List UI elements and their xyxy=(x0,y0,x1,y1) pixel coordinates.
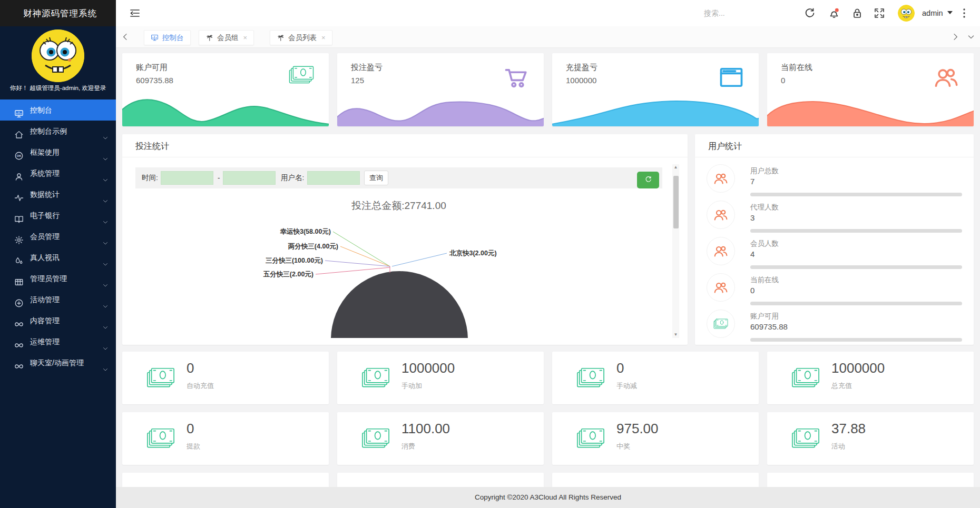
sidebar-item-dashboard-demo[interactable]: 控制台示例 xyxy=(0,121,116,142)
stat-title: 充提盈亏 xyxy=(566,63,597,73)
bottom-card: 1100.00 消费 xyxy=(337,412,544,465)
user-icon xyxy=(14,168,24,178)
sidebar-item-ebank[interactable]: 电子银行 xyxy=(0,205,116,226)
panel-title: 投注统计 xyxy=(135,141,169,152)
tabs-scroll-left-icon[interactable] xyxy=(121,33,130,41)
bottom-card: 1000000 总充值 xyxy=(767,352,974,404)
tab-bar: 控制台 会员组× 会员列表× xyxy=(116,26,980,48)
pie-slice-remainder xyxy=(331,271,468,338)
chevron-down-icon xyxy=(102,254,109,261)
search-input[interactable] xyxy=(680,5,790,21)
close-tab-icon[interactable]: × xyxy=(243,31,248,45)
user-stat-row: 用户总数 7 xyxy=(695,163,974,196)
sidebar-menu: 控制台 控制台示例 OK 框架使用 系统管理 数据统计 电子银行 xyxy=(0,99,116,373)
notifications-bell-icon[interactable] xyxy=(828,7,840,19)
lock-icon[interactable] xyxy=(851,7,864,19)
collapse-sidebar-icon[interactable] xyxy=(129,7,141,19)
money-icon xyxy=(145,365,176,391)
bet-panel-body: 时间: - 用户名: 查询 投注总金额:27741.00 xyxy=(135,164,677,338)
tab-dashboard[interactable]: 控制台 xyxy=(144,30,191,45)
pulse-icon xyxy=(14,190,24,199)
range-separator: - xyxy=(218,167,220,188)
book-icon xyxy=(14,211,24,220)
infinity-icon xyxy=(14,358,24,367)
close-tab-icon[interactable]: × xyxy=(321,31,326,45)
scroll-down-icon[interactable]: ▼ xyxy=(672,332,679,338)
divider xyxy=(695,157,974,157)
stat-card-online: 当前在线 0 xyxy=(767,53,974,126)
wave-sparkline xyxy=(767,95,974,126)
sidebar: 你好！ 超级管理员-admin, 欢迎登录 控制台 控制台示例 OK 框架使用 … xyxy=(0,26,116,508)
more-kebab-icon[interactable] xyxy=(958,7,971,19)
chevron-down-icon xyxy=(102,149,109,155)
sidebar-item-activities[interactable]: 活动管理 xyxy=(0,289,116,310)
sidebar-item-chatroom[interactable]: 聊天室/动画管理 xyxy=(0,352,116,373)
profile-avatar[interactable] xyxy=(32,29,84,82)
username-input[interactable] xyxy=(307,171,360,185)
query-button[interactable]: 查询 xyxy=(364,171,388,185)
chevron-down-icon xyxy=(102,233,109,240)
wave-sparkline xyxy=(552,95,759,126)
scrollbar-thumb[interactable] xyxy=(673,176,679,228)
pie-label: 幸运快3(58.00元) xyxy=(280,227,331,236)
progress-bar xyxy=(750,302,962,305)
sidebar-item-admins[interactable]: 管理员管理 xyxy=(0,268,116,289)
tab-member-group[interactable]: 会员组× xyxy=(199,30,254,45)
home-icon xyxy=(14,126,24,136)
table-icon xyxy=(14,274,24,283)
sidebar-item-dashboard[interactable]: 控制台 xyxy=(0,99,116,121)
tab-member-list[interactable]: 会员列表× xyxy=(270,30,332,45)
infinity-icon xyxy=(14,316,24,325)
sidebar-item-ops[interactable]: 运维管理 xyxy=(0,331,116,352)
sidebar-item-statistics[interactable]: 数据统计 xyxy=(0,184,116,205)
users-icon xyxy=(707,237,735,265)
money-icon xyxy=(360,426,391,451)
refresh-chart-button[interactable] xyxy=(637,172,659,188)
money-icon xyxy=(707,310,735,338)
fullscreen-icon[interactable] xyxy=(873,7,886,19)
svg-text:OK: OK xyxy=(17,154,22,157)
progress-bar xyxy=(750,229,962,233)
stat-value: 1000000 xyxy=(566,76,596,85)
sidebar-item-content[interactable]: 内容管理 xyxy=(0,310,116,331)
time-label: 时间: xyxy=(142,167,158,188)
scroll-up-icon[interactable]: ▲ xyxy=(672,164,679,171)
bottom-cards-row-1: 0 自动充值 1000000 手动加 0 手动减 1000000 总充值 xyxy=(122,352,974,404)
tree-icon xyxy=(277,32,285,40)
progress-bar xyxy=(750,338,962,342)
refresh-icon[interactable] xyxy=(803,7,816,19)
user-menu[interactable]: admin xyxy=(922,0,953,26)
chevron-down-icon xyxy=(102,212,109,218)
window-icon xyxy=(718,64,745,91)
user-avatar[interactable] xyxy=(898,5,915,22)
pie-label: 两分快三(4.00元) xyxy=(288,242,338,251)
monitor-icon xyxy=(151,32,159,40)
progress-bar xyxy=(750,265,962,269)
panel-scrollbar[interactable]: ▲ ▼ xyxy=(672,164,679,338)
main-content: 控制台 会员组× 会员列表× 账户可用 609735.88 投注盈亏 125 xyxy=(116,26,980,508)
time-start-input[interactable] xyxy=(161,171,213,185)
stat-cards-row: 账户可用 609735.88 投注盈亏 125 充提盈亏 1000000 xyxy=(122,53,974,126)
sidebar-item-framework[interactable]: OK 框架使用 xyxy=(0,142,116,163)
panel-title: 用户统计 xyxy=(708,141,742,152)
plus-circle-icon xyxy=(14,295,24,304)
chevron-down-icon xyxy=(102,128,109,134)
bottom-card: 1000000 手动加 xyxy=(337,352,544,404)
money-icon xyxy=(790,426,821,451)
money-icon xyxy=(575,426,606,451)
stat-value: 609735.88 xyxy=(136,76,173,85)
caret-down-icon xyxy=(947,11,953,17)
stat-card-bet-pnl: 投注盈亏 125 xyxy=(337,53,544,126)
app-title: 财神源码管理系统 xyxy=(0,0,116,26)
users-icon xyxy=(707,201,735,229)
time-end-input[interactable] xyxy=(223,171,276,185)
bet-pie-chart: 投注总金额:27741.00 幸运快3(58.00元) 两分快三(4.00元) … xyxy=(135,188,662,338)
money-icon xyxy=(145,426,176,451)
cart-icon xyxy=(503,64,530,91)
sidebar-item-members[interactable]: 会员管理 xyxy=(0,226,116,247)
tabs-dropdown-icon[interactable] xyxy=(967,33,975,41)
sidebar-item-live-video[interactable]: 真人视讯 xyxy=(0,247,116,268)
tabs-scroll-right-icon[interactable] xyxy=(951,33,959,41)
chevron-down-icon xyxy=(102,296,109,303)
sidebar-item-system[interactable]: 系统管理 xyxy=(0,163,116,184)
